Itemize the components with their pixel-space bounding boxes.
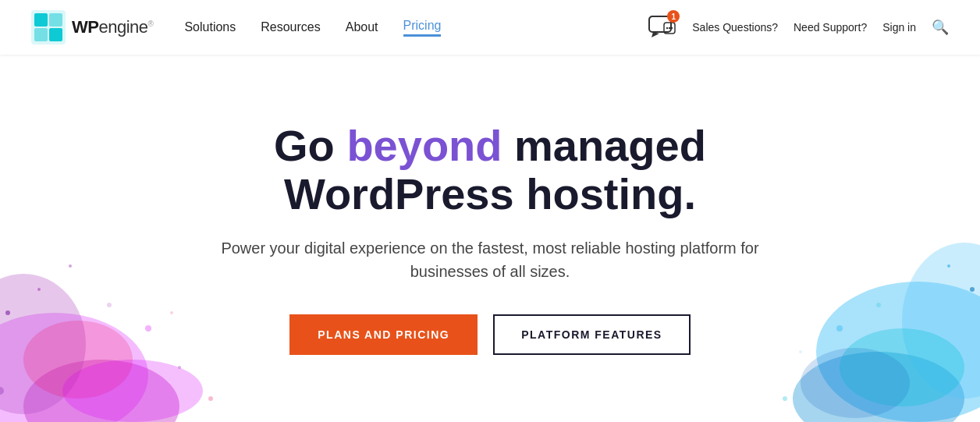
svg-point-12 (0, 274, 86, 414)
svg-point-13 (23, 321, 133, 399)
svg-point-25 (793, 352, 964, 422)
main-nav: Solutions Resources About Pricing (184, 19, 441, 37)
header-right: 1 Sales Questions? Need Support? Sign in… (648, 13, 949, 41)
svg-point-22 (0, 387, 4, 395)
svg-point-23 (170, 311, 173, 314)
sign-in-link[interactable]: Sign in (882, 21, 916, 34)
svg-rect-3 (34, 28, 48, 41)
svg-point-26 (902, 243, 980, 399)
svg-point-29 (970, 287, 975, 292)
svg-point-11 (23, 360, 179, 422)
svg-point-18 (178, 366, 181, 369)
svg-point-20 (208, 396, 213, 401)
svg-point-15 (5, 310, 10, 315)
nav-pricing[interactable]: Pricing (403, 19, 442, 37)
need-support-link[interactable]: Need Support? (794, 21, 867, 34)
nav-resources[interactable]: Resources (261, 20, 320, 34)
svg-point-16 (37, 288, 41, 291)
svg-point-32 (815, 366, 818, 369)
svg-point-9 (671, 27, 673, 29)
search-icon[interactable]: 🔍 (932, 19, 949, 36)
svg-rect-1 (34, 13, 48, 27)
hero-title-line2: WordPress hosting. (284, 169, 696, 218)
hero-section: Go beyond managed WordPress hosting. Pow… (0, 55, 980, 422)
header-left: WPengine® Solutions Resources About Pric… (31, 10, 441, 44)
svg-point-37 (799, 350, 802, 353)
chat-icon-wrap[interactable]: 1 (648, 13, 676, 41)
hero-title: Go beyond managed WordPress hosting. (217, 122, 763, 218)
svg-point-34 (783, 396, 787, 401)
sales-questions-link[interactable]: Sales Questions? (692, 21, 778, 34)
svg-point-19 (107, 303, 112, 307)
svg-point-10 (0, 313, 148, 422)
svg-point-17 (145, 325, 151, 332)
svg-point-27 (840, 328, 964, 406)
plans-pricing-button[interactable]: PLANS AND PRICING (289, 314, 478, 355)
notification-badge: 1 (667, 10, 680, 23)
svg-point-21 (69, 264, 72, 268)
hero-buttons: PLANS AND PRICING PLATFORM FEATURES (217, 314, 763, 355)
site-header: WPengine® Solutions Resources About Pric… (0, 0, 980, 55)
svg-point-8 (669, 27, 670, 29)
svg-point-7 (666, 27, 668, 29)
nav-solutions[interactable]: Solutions (184, 20, 236, 34)
hero-title-beyond: beyond (346, 121, 502, 170)
svg-rect-2 (49, 13, 62, 27)
hero-title-go: Go (274, 121, 346, 170)
logo[interactable]: WPengine® (31, 10, 153, 44)
svg-point-31 (836, 325, 843, 332)
svg-point-24 (816, 282, 980, 422)
platform-features-button[interactable]: PLATFORM FEATURES (493, 314, 691, 355)
svg-point-33 (876, 303, 881, 307)
svg-rect-4 (49, 28, 62, 41)
logo-icon (31, 10, 66, 44)
svg-point-28 (801, 348, 910, 418)
svg-point-14 (62, 360, 203, 422)
logo-text: WPengine® (72, 17, 153, 37)
hero-title-managed: managed (502, 121, 706, 170)
hero-content: Go beyond managed WordPress hosting. Pow… (217, 122, 763, 355)
nav-about[interactable]: About (346, 20, 378, 34)
splash-left (0, 172, 242, 422)
svg-point-30 (947, 264, 950, 268)
hero-subtitle: Power your digital experience on the fas… (217, 236, 763, 283)
